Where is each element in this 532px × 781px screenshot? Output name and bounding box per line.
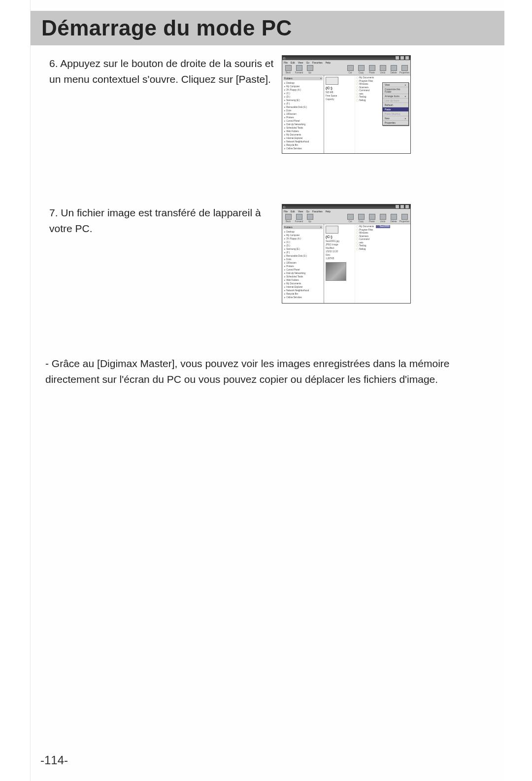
drive-label: (C:) [326, 86, 332, 90]
file-item: My Documents [356, 76, 409, 79]
tree-item: Control Panel [284, 268, 323, 272]
cut-icon [347, 65, 354, 71]
titlebar-text: C: [283, 205, 286, 208]
file-column-2: Sea10001 [376, 225, 390, 251]
drive-icon [326, 226, 338, 234]
context-menu-new: New▸ [383, 116, 408, 121]
step-7-block: 7. Un fichier image est transféré de lap… [45, 205, 494, 237]
folders-header: Folders [284, 226, 293, 229]
copy-button: Copy [357, 214, 366, 223]
cut-button: Cut [346, 65, 355, 74]
properties-icon [401, 65, 408, 71]
context-menu-customize: Customize this Folder [383, 87, 408, 94]
tree-item: Web Folders [284, 278, 323, 282]
menu-favorites: Favorites [312, 61, 323, 64]
explorer-body: Folders× Desktop My Computer 3½ Floppy (… [282, 224, 410, 303]
undo-icon [380, 214, 386, 220]
modified-value: 1/5/02 12:20 [326, 250, 338, 253]
file-item: My Documents [356, 225, 374, 228]
drive-info-pane: (C:) 565 MB Free Space Capacity [324, 75, 355, 153]
paste-icon [369, 65, 375, 71]
tree-item: (F:) [284, 102, 323, 105]
page-number: -114- [40, 753, 68, 767]
file-columns: My Documents Program Files Windows Scann… [356, 225, 409, 251]
cut-icon [347, 214, 354, 220]
tree-item: Control Panel [284, 119, 323, 123]
tree-item: Removable Disk (G:) [284, 105, 323, 109]
size-value: 1,287KB [326, 257, 334, 260]
toolbar-edit-group: Cut Copy Paste Undo Delete Properties [346, 214, 409, 223]
tree-item: Printers [284, 116, 323, 119]
file-item: Program Files [356, 229, 374, 232]
menu-go: Go [306, 210, 309, 213]
context-menu-properties: Properties [383, 121, 408, 125]
toolbar-nav-group: Back Forward Up [284, 214, 314, 223]
folder-tree: Desktop My Computer 3½ Floppy (A:) (C:) … [283, 230, 323, 299]
note-digimax-master: - Grâce au [Digimax Master], vous pouvez… [45, 356, 474, 387]
back-icon [285, 65, 292, 71]
menu-go: Go [306, 61, 309, 64]
tree-item: Desktop [284, 230, 323, 234]
context-menu-lineup: Line Up Icons [383, 99, 408, 103]
toolbar: Back Forward Up Cut Copy Paste Undo Dele… [282, 213, 410, 224]
titlebar-text: C: [283, 57, 286, 60]
properties-button: Properties [400, 65, 409, 74]
tree-item: Network Neighborhood [284, 289, 323, 292]
document-page: Démarrage du mode PC 6. Appuyez sur le b… [0, 0, 532, 781]
page-title: Démarrage du mode PC [41, 16, 292, 40]
file-item: Netlog [356, 248, 374, 251]
tree-item: (D:) [284, 95, 323, 99]
step-7-text: 7. Un fichier image est transféré de lap… [49, 205, 281, 237]
tree-item: Dcim [284, 258, 323, 261]
tree-item: Recycle Bin [284, 143, 323, 147]
drive-capacity-label: Capacity [326, 98, 334, 101]
page-title-band: Démarrage du mode PC [31, 11, 504, 45]
tree-item: Web Folders [284, 130, 323, 133]
page-content-area: Démarrage du mode PC 6. Appuyez sur le b… [31, 0, 504, 781]
up-icon [307, 214, 313, 220]
tree-item: My Documents [284, 133, 323, 136]
delete-icon [391, 65, 397, 71]
tree-item: Network Neighborhood [284, 140, 323, 143]
tree-item: 3½ Floppy (A:) [284, 237, 323, 240]
back-button: Back [284, 65, 293, 74]
tree-item: 3½ Floppy (A:) [284, 88, 323, 92]
tree-item: Samsung (E:) [284, 247, 323, 251]
toolbar-edit-group: Cut Copy Paste Undo Delete Properties [346, 65, 409, 74]
tree-item: (D:) [284, 244, 323, 247]
image-type: JPEG Image [326, 243, 338, 246]
tree-item: 100sscam [284, 112, 323, 116]
context-menu-arrange: Arrange Icons▸ [383, 94, 408, 99]
tree-item: Online Services [284, 296, 323, 299]
size-label: Size: [326, 254, 331, 256]
tree-item: Internet Explorer [284, 136, 323, 140]
forward-button: Forward [295, 214, 303, 223]
drive-icon [326, 77, 338, 85]
drive-free-label: Free Space [326, 95, 337, 97]
undo-icon [380, 65, 386, 71]
menu-file: File [284, 210, 288, 213]
context-menu-paste: Paste [383, 107, 408, 112]
properties-icon [401, 214, 408, 220]
file-list-pane: My Documents Program Files Windows Scann… [355, 75, 410, 153]
file-item: Testlog [356, 244, 374, 247]
menu-file: File [284, 61, 288, 64]
forward-button: Forward [295, 65, 303, 74]
tree-item: Printers [284, 265, 323, 268]
tree-item: My Computer [284, 85, 323, 88]
tree-item: (C:) [284, 240, 323, 244]
tree-item: Removable Disk (G:) [284, 254, 323, 258]
minimize-icon [395, 56, 399, 60]
properties-button: Properties [400, 214, 409, 223]
explorer-body: Folders× Desktop My Computer 3½ Floppy (… [282, 75, 410, 153]
titlebar: C: [282, 56, 410, 60]
copy-icon [358, 65, 365, 71]
cut-button: Cut [346, 214, 355, 223]
titlebar: C: [282, 204, 410, 209]
folders-header: Folders [284, 77, 293, 80]
tree-item: My Documents [284, 282, 323, 285]
file-item: Scanners [356, 235, 374, 238]
tree-item: (F:) [284, 251, 323, 254]
tree-item: Online Services [284, 147, 323, 150]
back-button: Back [284, 214, 293, 223]
